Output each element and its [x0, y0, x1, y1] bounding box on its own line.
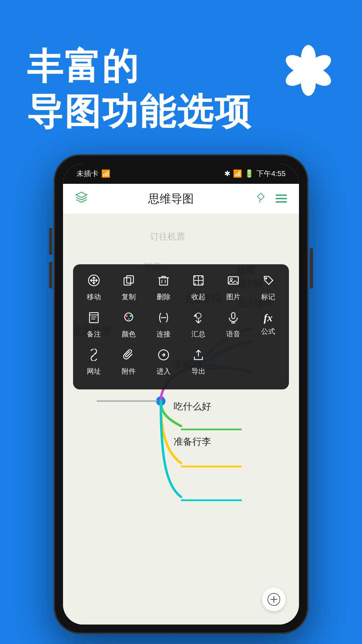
pin-icon[interactable]	[254, 192, 265, 206]
menu-item-export[interactable]: 导出	[182, 345, 215, 379]
svg-point-29	[130, 315, 132, 317]
phone-power	[310, 248, 313, 288]
url-icon	[88, 349, 100, 364]
svg-point-22	[230, 278, 232, 280]
menu-label-enter: 进入	[157, 367, 171, 376]
svg-point-30	[128, 318, 130, 320]
menu-item-attachment[interactable]: 附件	[112, 345, 145, 379]
tag-icon	[262, 274, 274, 289]
hero-title: 丰富的 导图功能选项	[27, 44, 252, 134]
signal-icon: 📶	[233, 169, 242, 178]
carrier-text: 未插卡	[76, 169, 99, 179]
menu-label-url: 网址	[87, 367, 101, 376]
svg-rect-14	[160, 278, 168, 285]
menu-label-collapse: 收起	[191, 292, 205, 302]
menu-label-move: 移动	[87, 292, 101, 302]
note-icon	[88, 312, 100, 327]
menu-label-summary: 汇总	[191, 329, 205, 339]
svg-rect-24	[89, 313, 98, 323]
battery-icon: 🔋	[245, 169, 254, 178]
node-luggage: 准备行李	[174, 435, 211, 448]
menu-label-attachment: 附件	[122, 367, 136, 376]
phone-mockup: 未插卡 📶 ✱ 📶 🔋 下午4:55	[54, 154, 308, 634]
status-right: ✱ 📶 🔋 下午4:55	[224, 169, 286, 179]
menu-item-enter[interactable]: 进入	[147, 345, 180, 379]
enter-icon	[158, 349, 170, 364]
copy-icon	[123, 274, 135, 289]
svg-marker-6	[76, 192, 87, 198]
svg-rect-8	[276, 195, 287, 196]
menu-item-voice[interactable]: 语音	[217, 308, 250, 342]
move-icon	[88, 274, 100, 289]
menu-row-2: 备注 颜色	[76, 308, 286, 342]
app-bar: 思维导图	[63, 184, 299, 214]
image-icon	[227, 274, 239, 289]
app-logo-icon	[282, 44, 335, 97]
menu-item-url[interactable]: 网址	[77, 345, 111, 379]
layers-icon[interactable]	[75, 191, 88, 207]
menu-item-connect[interactable]: 连接	[147, 308, 180, 342]
status-left: 未插卡 📶	[76, 169, 110, 179]
phone-volume-down	[49, 262, 52, 288]
connect-icon	[158, 312, 170, 327]
menu-item-copy[interactable]: 复制	[112, 271, 145, 305]
hero-title-line2: 导图功能选项	[27, 89, 252, 134]
svg-point-28	[126, 315, 128, 317]
voice-icon	[227, 312, 239, 327]
menu-item-move[interactable]: 移动	[77, 271, 111, 305]
menu-item-empty-2	[251, 345, 285, 379]
attachment-icon	[123, 349, 135, 364]
menu-item-collapse[interactable]: 收起	[182, 271, 215, 305]
menu-label-export: 导出	[191, 367, 205, 376]
summary-icon	[192, 312, 204, 327]
menu-label-color: 颜色	[122, 329, 136, 339]
wifi-icon: 📶	[101, 169, 110, 178]
delete-icon	[158, 274, 170, 289]
menu-item-empty-1	[217, 345, 250, 379]
menu-label-connect: 连接	[157, 329, 171, 339]
menu-label-note: 备注	[87, 329, 101, 339]
menu-item-formula[interactable]: fx 公式	[251, 308, 285, 342]
bluetooth-icon: ✱	[224, 169, 230, 178]
time-text: 下午4:55	[256, 169, 286, 179]
context-menu: 移动 复制	[73, 264, 289, 389]
formula-icon: fx	[264, 312, 273, 324]
hero-title-line1: 丰富的	[27, 44, 252, 89]
export-icon	[192, 349, 204, 364]
menu-item-image[interactable]: 图片	[217, 271, 250, 305]
menu-row-3: 网址 附件	[76, 345, 286, 379]
svg-rect-9	[276, 198, 287, 199]
svg-rect-13	[127, 276, 133, 283]
menu-label-delete: 删除	[157, 292, 171, 302]
menu-label-image: 图片	[226, 292, 240, 302]
menu-label-voice: 语音	[226, 329, 240, 339]
menu-icon[interactable]	[276, 192, 287, 205]
color-icon	[123, 312, 135, 327]
status-bar: 未插卡 📶 ✱ 📶 🔋 下午4:55	[63, 164, 299, 184]
zoom-in-button[interactable]	[262, 588, 286, 611]
menu-item-color[interactable]: 颜色	[112, 308, 145, 342]
app-title: 思维导图	[148, 191, 194, 207]
menu-row-1: 移动 复制	[76, 271, 286, 305]
svg-rect-12	[124, 278, 131, 285]
node-food: 吃什么好	[174, 400, 211, 413]
menu-item-tag[interactable]: 标记	[251, 271, 285, 305]
menu-item-summary[interactable]: 汇总	[182, 308, 215, 342]
mindmap-background: 订往机票 订酒	[63, 214, 299, 625]
phone-screen: 未插卡 📶 ✱ 📶 🔋 下午4:55	[63, 164, 299, 625]
svg-point-23	[265, 277, 267, 279]
svg-rect-21	[228, 277, 238, 284]
svg-marker-34	[194, 314, 197, 316]
menu-item-note[interactable]: 备注	[77, 308, 111, 342]
phone-volume-up	[49, 228, 52, 255]
menu-label-copy: 复制	[122, 292, 136, 302]
svg-line-39	[92, 353, 96, 357]
collapse-icon	[192, 274, 204, 289]
menu-item-delete[interactable]: 删除	[147, 271, 180, 305]
svg-rect-36	[232, 313, 235, 319]
app-bar-actions	[254, 192, 287, 206]
phone-frame: 未插卡 📶 ✱ 📶 🔋 下午4:55	[54, 154, 308, 634]
svg-rect-10	[276, 201, 287, 203]
menu-label-tag: 标记	[261, 292, 275, 302]
menu-label-formula: 公式	[261, 327, 275, 336]
